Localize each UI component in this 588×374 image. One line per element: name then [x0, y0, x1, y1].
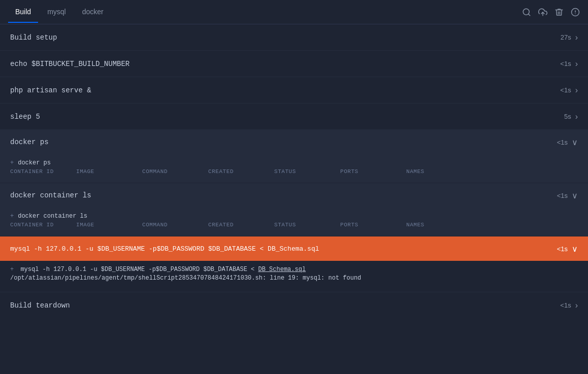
- th-container-id-2: CONTAINER ID: [10, 222, 76, 228]
- sleep-5-label: sleep 5: [10, 113, 40, 121]
- php-artisan-meta: <1s ›: [560, 86, 578, 95]
- docker-container-ls-prompt-line: + docker container ls: [10, 213, 578, 220]
- mysql-error-time: <1s: [557, 245, 568, 253]
- docker-container-ls-meta: <1s ∨: [557, 191, 578, 200]
- docker-ps-meta: <1s ∨: [557, 138, 578, 147]
- docker-container-ls-title: docker container ls: [10, 191, 91, 199]
- nav-icons: [522, 8, 580, 17]
- build-setup-chevron: ›: [575, 33, 578, 42]
- docker-ps-content: + docker ps CONTAINER ID IMAGE COMMAND C…: [0, 154, 588, 183]
- docker-container-ls-content: + docker container ls CONTAINER ID IMAGE…: [0, 208, 588, 236]
- docker-container-ls-cmd: docker container ls: [18, 213, 87, 220]
- mysql-prompt: +: [10, 266, 14, 273]
- docker-ps-table-header: CONTAINER ID IMAGE COMMAND CREATED STATU…: [10, 168, 578, 175]
- docker-container-ls-table-header: CONTAINER ID IMAGE COMMAND CREATED STATU…: [10, 222, 578, 228]
- build-setup-row[interactable]: Build setup 27s ›: [0, 24, 588, 51]
- docker-container-ls-time: <1s: [557, 192, 568, 199]
- tab-build[interactable]: Build: [8, 2, 38, 23]
- echo-step-label: echo $BITBUCKET_BUILD_NUMBER: [10, 60, 129, 68]
- th-container-id-1: CONTAINER ID: [10, 168, 76, 175]
- docker-ps-prompt: +: [10, 159, 14, 166]
- php-artisan-chevron: ›: [575, 86, 578, 95]
- echo-step-chevron: ›: [575, 59, 578, 69]
- build-setup-label: Build setup: [10, 33, 57, 42]
- docker-ps-title: docker ps: [10, 138, 49, 146]
- php-artisan-row[interactable]: php artisan serve & <1s ›: [0, 77, 588, 104]
- docker-container-ls-block: docker container ls <1s ∨ + docker conta…: [0, 183, 588, 236]
- th-status-2: STATUS: [274, 222, 340, 228]
- build-teardown-chevron: ›: [575, 301, 578, 310]
- mysql-not-found-line: /opt/atlassian/pipelines/agent/tmp/shell…: [10, 275, 578, 282]
- search-icon[interactable]: [522, 8, 531, 17]
- build-teardown-label: Build teardown: [10, 301, 70, 310]
- build-setup-meta: 27s ›: [561, 33, 578, 42]
- php-artisan-label: php artisan serve &: [10, 86, 91, 94]
- docker-container-ls-prompt: +: [10, 213, 14, 220]
- build-setup-time: 27s: [561, 33, 571, 41]
- build-teardown-time: <1s: [560, 301, 571, 309]
- echo-step-time: <1s: [560, 60, 571, 67]
- th-command-2: COMMAND: [142, 222, 208, 228]
- th-image-2: IMAGE: [76, 222, 142, 228]
- mysql-cmd-text: mysql -h 127.0.0.1 -u $DB_USERNAME -p$DB…: [20, 266, 306, 273]
- info-icon[interactable]: [571, 8, 580, 17]
- docker-ps-time: <1s: [557, 139, 568, 146]
- th-created-2: CREATED: [208, 222, 274, 228]
- svg-line-1: [528, 14, 530, 15]
- build-teardown-meta: <1s ›: [560, 301, 578, 310]
- echo-step-row[interactable]: echo $BITBUCKET_BUILD_NUMBER <1s ›: [0, 51, 588, 77]
- mysql-not-found-text: /opt/atlassian/pipelines/agent/tmp/shell…: [10, 275, 361, 282]
- th-command-1: COMMAND: [142, 168, 208, 175]
- sleep-5-time: 5s: [564, 113, 571, 120]
- th-ports-2: PORTS: [340, 222, 406, 228]
- docker-ps-header[interactable]: docker ps <1s ∨: [0, 130, 588, 154]
- mysql-error-content: + mysql -h 127.0.0.1 -u $DB_USERNAME -p$…: [0, 261, 588, 291]
- top-nav: Build mysql docker: [0, 0, 588, 24]
- docker-ps-chevron: ∨: [572, 138, 578, 147]
- th-status-1: STATUS: [274, 168, 340, 175]
- sleep-5-meta: 5s ›: [564, 112, 578, 121]
- mysql-error-header[interactable]: mysql -h 127.0.0.1 -u $DB_USERNAME -p$DB…: [0, 236, 588, 261]
- th-ports-1: PORTS: [340, 168, 406, 175]
- docker-ps-block: docker ps <1s ∨ + docker ps CONTAINER ID…: [0, 130, 588, 183]
- docker-ps-prompt-line: + docker ps: [10, 159, 578, 166]
- th-names-1: NAMES: [406, 168, 472, 175]
- sleep-5-row[interactable]: sleep 5 5s ›: [0, 104, 588, 130]
- build-teardown-row[interactable]: Build teardown <1s ›: [0, 292, 588, 318]
- sleep-5-chevron: ›: [575, 112, 578, 121]
- echo-step-meta: <1s ›: [560, 59, 578, 69]
- mysql-error-title: mysql -h 127.0.0.1 -u $DB_USERNAME -p$DB…: [10, 245, 319, 253]
- upload-icon[interactable]: [538, 8, 547, 17]
- tab-docker[interactable]: docker: [75, 2, 111, 23]
- mysql-error-meta: <1s ∨: [557, 244, 578, 254]
- docker-container-ls-chevron: ∨: [572, 191, 578, 200]
- docker-ps-cmd: docker ps: [18, 159, 51, 166]
- trash-icon[interactable]: [554, 8, 564, 17]
- php-artisan-time: <1s: [560, 86, 571, 94]
- mysql-error-prompt-line: + mysql -h 127.0.0.1 -u $DB_USERNAME -p$…: [10, 266, 578, 273]
- docker-container-ls-header[interactable]: docker container ls <1s ∨: [0, 183, 588, 208]
- main-content: Build setup 27s › echo $BITBUCKET_BUILD_…: [0, 24, 588, 318]
- th-image-1: IMAGE: [76, 168, 142, 175]
- nav-tabs: Build mysql docker: [8, 2, 111, 22]
- th-created-1: CREATED: [208, 168, 274, 175]
- mysql-error-chevron: ∨: [572, 244, 578, 254]
- th-names-2: NAMES: [406, 222, 472, 228]
- mysql-error-block: mysql -h 127.0.0.1 -u $DB_USERNAME -p$DB…: [0, 236, 588, 292]
- db-schema-link: DB_Schema.sql: [258, 266, 306, 273]
- tab-mysql[interactable]: mysql: [40, 2, 73, 23]
